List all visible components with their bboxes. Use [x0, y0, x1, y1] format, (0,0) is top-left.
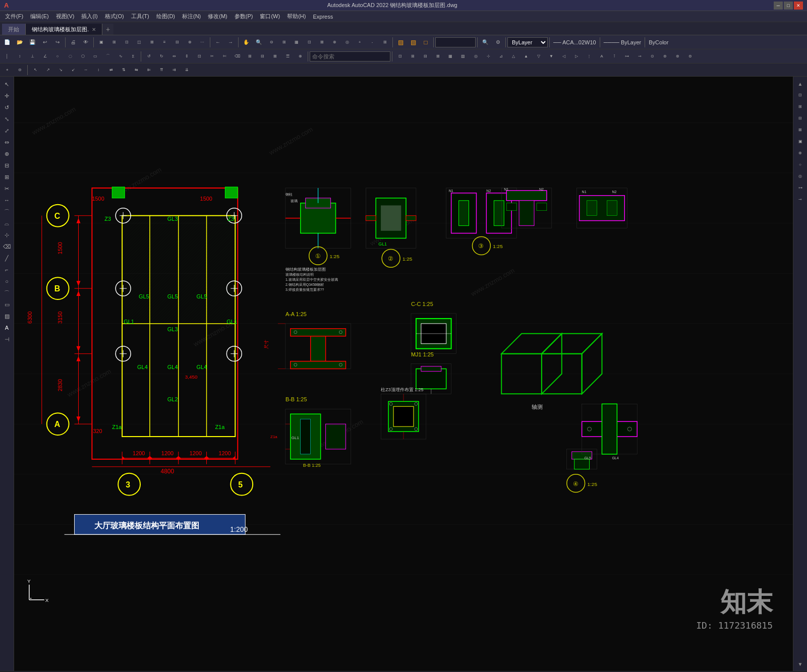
move-right[interactable]: → [224, 36, 237, 48]
hatch-button[interactable]: ▨ [394, 36, 407, 48]
minimize-button[interactable]: ─ [774, 2, 783, 10]
tb2-btn-3[interactable]: ⊥ [26, 50, 38, 63]
copy-tool[interactable]: ⊕ [1, 148, 13, 159]
tb2-btn-33[interactable]: ⊿ [495, 50, 507, 63]
menu-insert[interactable]: 插入(I) [78, 12, 100, 21]
tab-close-icon[interactable]: ✕ [92, 27, 96, 32]
polyline-tool[interactable]: ⌐ [1, 264, 13, 275]
tb2-btn-46[interactable]: ⊚ [659, 50, 671, 63]
tb3-btn-9[interactable]: ⇄ [105, 64, 117, 76]
zoom-obj[interactable]: ◎ [341, 36, 353, 48]
tb-btn-6[interactable]: ≡ [158, 36, 170, 48]
menu-dimension[interactable]: 标注(N) [179, 12, 204, 21]
menu-modify[interactable]: 修改(M) [205, 12, 230, 21]
tb2-btn-39[interactable]: ▷ [570, 50, 583, 63]
zoom-dyn[interactable]: ⊡ [303, 36, 315, 48]
tb3-btn-5[interactable]: ↘ [54, 64, 67, 76]
tb3-btn-10[interactable]: ⇅ [118, 64, 130, 76]
scroll-down-arrow[interactable]: ▼ [794, 659, 806, 669]
tb2-btn-2[interactable]: ↕ [14, 50, 26, 63]
array-tool[interactable]: ⊞ [1, 171, 13, 182]
menu-view[interactable]: 视图(V) [53, 12, 78, 21]
menu-window[interactable]: 窗口(W) [257, 12, 283, 21]
rt-btn-4[interactable]: ⊠ [794, 124, 806, 135]
tb3-btn-12[interactable]: ⇇ [143, 64, 155, 76]
menu-tools[interactable]: 工具(T) [128, 12, 152, 21]
erase-tool[interactable]: ⌫ [1, 241, 13, 252]
tb2-btn-28[interactable]: ⊠ [432, 50, 444, 63]
tb2-btn-31[interactable]: ◎ [470, 50, 482, 63]
menu-format[interactable]: 格式(O) [102, 12, 127, 21]
rt-btn-9[interactable]: ⊶ [794, 182, 806, 193]
rt-btn-7[interactable]: ○ [794, 159, 806, 170]
tb2-btn-15[interactable]: ⇕ [181, 50, 193, 63]
explode-tool[interactable]: ⊹ [1, 229, 13, 240]
tb2-btn-24[interactable]: ⊕ [294, 50, 306, 63]
tb2-btn-36[interactable]: ▽ [533, 50, 545, 63]
arc-tool[interactable]: ⌒ [1, 287, 13, 298]
fillet-tool[interactable]: ⌒ [1, 206, 13, 217]
tb3-btn-6[interactable]: ↙ [67, 64, 79, 76]
tb3-btn-3[interactable]: ↖ [29, 64, 41, 76]
tb2-btn-19[interactable]: ⌫ [231, 50, 243, 63]
save-button[interactable]: 💾 [26, 36, 38, 48]
tb3-btn-7[interactable]: ↔ [80, 64, 92, 76]
rt-btn-1[interactable]: ⊡ [794, 89, 806, 100]
tb2-btn-8[interactable]: ▭ [89, 50, 101, 63]
tb2-btn-21[interactable]: ⊟ [256, 50, 268, 63]
tb2-btn-26[interactable]: ⊞ [407, 50, 419, 63]
tb2-btn-35[interactable]: ▲ [520, 50, 532, 63]
menu-param[interactable]: 参数(P) [232, 12, 256, 21]
tb-btn-4[interactable]: ◫ [133, 36, 145, 48]
tb2-btn-38[interactable]: ◁ [558, 50, 570, 63]
tb-btn-9[interactable]: ⋯ [196, 36, 208, 48]
scroll-up-arrow[interactable]: ▲ [794, 79, 806, 89]
dim-tool[interactable]: ⊣ [1, 334, 13, 345]
drawing-canvas[interactable]: www.znzmo.com www.znzmo.com www.znzmo.co… [14, 77, 793, 671]
tb2-btn-1[interactable]: │ [1, 50, 13, 63]
redo-button[interactable]: ↪ [51, 36, 64, 48]
open-button[interactable]: 📂 [14, 36, 26, 48]
tb2-btn-41[interactable]: A [596, 50, 608, 63]
tb2-btn-22[interactable]: ⊠ [269, 50, 281, 63]
zoom-prev[interactable]: ⊖ [265, 36, 277, 48]
circle-tool[interactable]: ○ [1, 276, 13, 287]
stretch-tool[interactable]: ⤢ [1, 125, 13, 136]
tb2-btn-27[interactable]: ⊟ [419, 50, 431, 63]
move-left[interactable]: ← [212, 36, 224, 48]
tb2-btn-47[interactable]: ⊛ [671, 50, 683, 63]
line-tool[interactable]: ╱ [1, 253, 13, 264]
settings-icon[interactable]: ⚙ [492, 36, 504, 48]
zoom-win[interactable]: ▦ [291, 36, 303, 48]
zoom-ext[interactable]: ⊞ [278, 36, 290, 48]
tb2-btn-40[interactable]: ⋮ [583, 50, 595, 63]
search-icon[interactable]: 🔍 [479, 36, 491, 48]
rt-btn-10[interactable]: ⊸ [794, 194, 806, 205]
rt-btn-2[interactable]: ⊞ [794, 101, 806, 112]
tb2-btn-32[interactable]: ⊹ [482, 50, 494, 63]
tb2-btn-16[interactable]: ⊡ [193, 50, 205, 63]
tb2-btn-18[interactable]: ✄ [218, 50, 230, 63]
tb2-btn-43[interactable]: ⊶ [621, 50, 633, 63]
rt-btn-3[interactable]: ⊟ [794, 112, 806, 124]
tb-btn-8[interactable]: ⊕ [184, 36, 196, 48]
tb2-btn-30[interactable]: ▧ [457, 50, 469, 63]
close-button[interactable]: ✕ [794, 2, 803, 10]
tb3-btn-13[interactable]: ⇈ [155, 64, 167, 76]
trim-tool[interactable]: ✂ [1, 183, 13, 194]
tb2-btn-6[interactable]: ◌ [64, 50, 76, 63]
zoom-realtime[interactable]: 🔍 [253, 36, 265, 48]
gradient-button[interactable]: ▧ [407, 36, 419, 48]
command-search[interactable] [310, 51, 390, 62]
menu-express[interactable]: Express [310, 13, 336, 21]
plot-button[interactable]: 🖨 [67, 36, 79, 48]
rect-tool[interactable]: ▭ [1, 299, 13, 310]
tb2-btn-9[interactable]: ⌒ [102, 50, 114, 63]
tb2-btn-4[interactable]: ∠ [39, 50, 51, 63]
tb3-btn-4[interactable]: ↗ [42, 64, 54, 76]
hatch-input[interactable]: hatch [435, 37, 476, 47]
tb-btn-2[interactable]: ⊞ [108, 36, 120, 48]
menu-edit[interactable]: 编辑(E) [27, 12, 52, 21]
tb2-btn-42[interactable]: ⊺ [608, 50, 620, 63]
tab-start[interactable]: 开始 [2, 24, 26, 35]
